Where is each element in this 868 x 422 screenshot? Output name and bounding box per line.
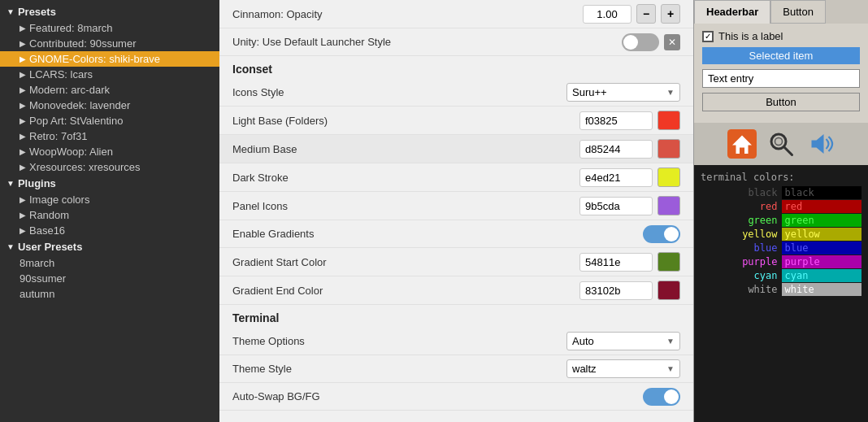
arrow-icon: ▶	[20, 226, 26, 235]
preview-text-entry[interactable]	[702, 69, 860, 88]
auto-swap-toggle[interactable]	[643, 388, 680, 406]
sidebar-item-base16[interactable]: ▶ Base16	[0, 223, 219, 238]
term-green-right: green	[782, 214, 862, 227]
arrow-icon: ▶	[20, 24, 26, 33]
auto-swap-row: Auto-Swap BG/FG	[219, 383, 693, 411]
enable-gradients-toggle[interactable]	[643, 225, 680, 243]
sidebar-item-image-colors[interactable]: ▶ Image colors	[0, 192, 219, 207]
icons-style-label: Icons Style	[232, 86, 566, 98]
home-icon	[726, 128, 758, 160]
sidebar-item-user-90ssumer[interactable]: 90ssumer	[0, 271, 219, 286]
terminal-colors-block: terminal colors: black black red red gre…	[694, 165, 868, 422]
terminal-title: terminal colors:	[701, 172, 861, 183]
medium-base-value	[579, 139, 680, 159]
terminal-title: Terminal	[219, 305, 693, 328]
medium-base-row: Medium Base	[219, 135, 693, 163]
arrow-icon: ▶	[20, 101, 26, 110]
light-base-swatch[interactable]	[658, 111, 680, 130]
dark-stroke-hex-input[interactable]	[579, 168, 653, 187]
preview-button[interactable]: Button	[702, 93, 860, 111]
term-black-right: black	[782, 186, 862, 199]
sidebar-section-user-presets[interactable]: ▼ User Presets	[0, 238, 219, 255]
dark-stroke-swatch[interactable]	[658, 167, 680, 187]
minus-button[interactable]: −	[636, 4, 656, 24]
term-yellow-right: yellow	[782, 228, 862, 241]
sidebar-item-gnome-colors-shiki-brave[interactable]: ▶ GNOME-Colors: shiki-brave	[0, 51, 219, 67]
sidebar-section-plugins[interactable]: ▼ Plugins	[0, 175, 219, 192]
gradient-end-hex-input[interactable]	[579, 281, 653, 300]
gradient-start-swatch[interactable]	[658, 252, 680, 272]
arrow-icon: ▶	[20, 211, 26, 220]
sidebar-item-random[interactable]: ▶ Random	[0, 207, 219, 223]
iconset-title: Iconset	[219, 56, 693, 79]
theme-style-label: Theme Style	[232, 363, 566, 375]
gradient-end-swatch[interactable]	[658, 281, 680, 300]
unity-launcher-value: ✕	[622, 33, 680, 51]
gradient-start-hex-input[interactable]	[579, 253, 653, 272]
panel-icons-hex-input[interactable]	[579, 197, 653, 215]
plus-button[interactable]: +	[661, 4, 680, 24]
cinnamon-opacity-row: Cinnamon: Opacity − +	[219, 0, 693, 28]
auto-swap-value	[643, 388, 680, 406]
icons-style-dropdown[interactable]: Suru++ ▼	[566, 83, 680, 102]
sidebar-item-retro-7of31[interactable]: ▶ Retro: 7of31	[0, 128, 219, 144]
cinnamon-opacity-label: Cinnamon: Opacity	[232, 8, 583, 20]
medium-base-label: Medium Base	[232, 143, 579, 155]
icons-style-value: Suru++ ▼	[566, 83, 680, 102]
sidebar-item-xresources[interactable]: ▶ Xresources: xresources	[0, 159, 219, 175]
toggle-thumb	[623, 35, 638, 50]
preview-icons-row	[694, 123, 868, 165]
toggle-thumb	[664, 227, 679, 241]
gradient-start-row: Gradient Start Color	[219, 248, 693, 276]
theme-options-row: Theme Options Auto ▼	[219, 328, 693, 355]
sidebar-item-lcars-lcars[interactable]: ▶ LCARS: lcars	[0, 67, 219, 82]
arrow-icon: ▶	[20, 195, 26, 204]
sidebar-item-user-8march[interactable]: 8march	[0, 255, 219, 271]
sidebar-item-woopwoop-alien[interactable]: ▶ WoopWoop: Alien	[0, 144, 219, 159]
theme-style-dropdown[interactable]: waltz ▼	[566, 359, 680, 378]
preview-tabs: Headerbar Button	[694, 0, 868, 24]
term-blue-right: blue	[782, 241, 862, 255]
medium-base-hex-input[interactable]	[579, 140, 653, 159]
theme-options-label: Theme Options	[232, 335, 566, 347]
arrow-icon: ▶	[20, 163, 26, 172]
preview-selected-item: Selected item	[702, 47, 860, 64]
arrow-icon: ▶	[20, 39, 26, 48]
sidebar-section-presets[interactable]: ▼ Presets	[0, 3, 219, 20]
search-icon	[765, 128, 797, 160]
chevron-down-icon: ▼	[666, 364, 675, 373]
arrow-icon: ▼	[7, 179, 15, 188]
unity-toggle[interactable]	[622, 33, 659, 51]
preview-checkbox[interactable]: ✓	[702, 31, 714, 42]
arrow-icon: ▶	[20, 147, 26, 156]
term-green-left: green	[701, 214, 781, 227]
tab-button[interactable]: Button	[770, 0, 826, 24]
sidebar-item-monovedek-lavender[interactable]: ▶ Monovedek: lavender	[0, 98, 219, 113]
sidebar-item-featured-8march[interactable]: ▶ Featured: 8march	[0, 20, 219, 36]
sidebar-item-user-autumn[interactable]: autumn	[0, 286, 219, 302]
term-blue-left: blue	[701, 241, 781, 255]
light-base-hex-input[interactable]	[579, 111, 653, 130]
dark-stroke-label: Dark Stroke	[232, 172, 579, 184]
tab-headerbar[interactable]: Headerbar	[694, 0, 770, 24]
cinnamon-opacity-input[interactable]	[583, 5, 631, 24]
arrow-icon: ▼	[7, 242, 15, 251]
panel-icons-value	[579, 196, 680, 215]
sidebar-item-contributed-90ssumer[interactable]: ▶ Contributed: 90ssumer	[0, 36, 219, 51]
x-button[interactable]: ✕	[664, 34, 680, 50]
gradient-start-label: Gradient Start Color	[232, 256, 579, 268]
theme-options-dropdown[interactable]: Auto ▼	[566, 332, 680, 350]
volume-icon	[804, 128, 836, 160]
terminal-colors-grid: black black red red green green yellow y…	[701, 186, 861, 296]
svg-marker-6	[812, 134, 824, 154]
light-base-value	[579, 111, 680, 130]
term-purple-left: purple	[701, 255, 781, 268]
gradient-end-value	[579, 281, 680, 300]
term-cyan-left: cyan	[701, 269, 781, 282]
term-red-left: red	[701, 200, 781, 213]
medium-base-swatch[interactable]	[658, 139, 680, 159]
sidebar-item-popart-stvalentino[interactable]: ▶ Pop Art: StValentino	[0, 113, 219, 128]
sidebar-item-modern-arc-dark[interactable]: ▶ Modern: arc-dark	[0, 82, 219, 98]
panel-icons-swatch[interactable]	[658, 196, 680, 215]
gradient-end-row: Gradient End Color	[219, 276, 693, 305]
